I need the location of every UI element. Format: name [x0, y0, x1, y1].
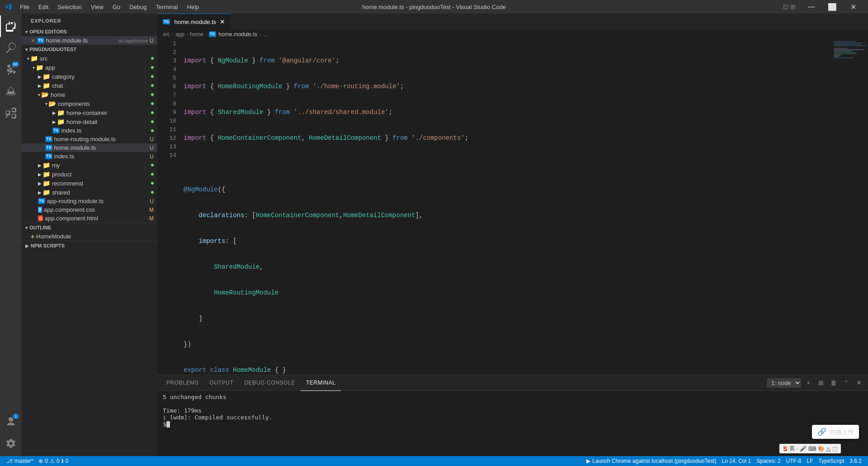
breadcrumb-home[interactable]: home	[190, 31, 203, 38]
errors-item[interactable]: ⊗ 0 ⚠ 0 ℹ 0	[36, 456, 71, 466]
folder-home-detail[interactable]: ▶ 📁 home-detail	[22, 117, 157, 126]
breadcrumb: src › app › home › TS home.module.ts › .…	[157, 29, 868, 39]
sidebar-content[interactable]: ▾ OPEN EDITORS ✕ TS home.module.ts src\a…	[22, 27, 157, 456]
minimize-button[interactable]: —	[801, 0, 822, 14]
product-folder-icon: 📁	[42, 171, 50, 178]
outline-header[interactable]: ▾ OUTLINE	[22, 223, 157, 232]
tab-close-button[interactable]: ✕	[219, 18, 226, 25]
project-chevron: ▾	[25, 47, 28, 52]
line-numbers: 1 2 3 4 5 6 7 8 9 10 11 12 13 14	[157, 39, 180, 375]
folder-components[interactable]: ▾ 📂 components	[22, 99, 157, 108]
ad-overlay[interactable]: 🔗 拍摄上传	[812, 425, 859, 439]
main-layout: 86 1	[0, 14, 868, 456]
layout-icon[interactable]: ⊡	[783, 3, 788, 10]
folder-app[interactable]: ▾ 📁 app	[22, 63, 157, 72]
line-ending-item[interactable]: LF	[804, 456, 816, 466]
code-line-9: SharedModule,	[184, 263, 832, 271]
ime-more1[interactable]: △	[826, 446, 830, 452]
spaces-item[interactable]: Spaces: 2	[754, 456, 783, 466]
code-editor[interactable]: 1 2 3 4 5 6 7 8 9 10 11 12 13 14 import …	[157, 39, 868, 375]
file-app-routing[interactable]: TS app-routing.module.ts U	[22, 197, 157, 205]
home-index-status: U	[150, 153, 154, 160]
folder-my[interactable]: ▶ 📁 my	[22, 161, 157, 170]
accounts-activity-icon[interactable]: 1	[0, 411, 22, 433]
menu-help[interactable]: Help	[184, 3, 203, 11]
ts-icon: TS	[45, 153, 52, 159]
file-home-routing[interactable]: TS home-routing.module.ts U	[22, 135, 157, 143]
folder-category[interactable]: ▶ 📁 category	[22, 72, 157, 81]
src-chevron: ▾	[27, 56, 29, 61]
panel-tab-debug[interactable]: DEBUG CONSOLE	[239, 375, 301, 391]
home-routing-status: U	[150, 136, 154, 143]
menu-view[interactable]: View	[87, 3, 107, 11]
maximize-button[interactable]: ⬜	[822, 0, 843, 14]
extensions-activity-icon[interactable]	[0, 102, 22, 124]
ln-col-item[interactable]: Ln 14, Col 1	[719, 456, 754, 466]
npm-header[interactable]: ▶ NPM SCRIPTS	[22, 241, 157, 250]
category-dot	[151, 75, 154, 78]
menu-edit[interactable]: Edit	[35, 3, 52, 11]
folder-home[interactable]: ▾ 📂 home	[22, 90, 157, 99]
explorer-activity-icon[interactable]	[0, 15, 22, 37]
split-terminal-button[interactable]: ⊞	[816, 377, 826, 388]
ts-icon: TS	[37, 38, 44, 43]
ime-kb-icon[interactable]: ⌨	[808, 446, 816, 452]
file-home-module[interactable]: TS home.module.ts U	[22, 143, 157, 152]
source-control-activity-icon[interactable]: 86	[0, 59, 22, 81]
breadcrumb-app[interactable]: app	[175, 31, 184, 38]
version-item[interactable]: 3.6.2	[847, 456, 864, 466]
split-icon[interactable]: ⊞	[790, 3, 796, 10]
file-components-index[interactable]: TS index.ts	[22, 126, 157, 135]
breadcrumb-filename[interactable]: home.module.ts	[219, 31, 257, 38]
shared-label: shared	[52, 189, 70, 196]
outline-homemodule[interactable]: ◈ HomeModule	[22, 232, 157, 241]
delete-terminal-button[interactable]: 🗑	[828, 377, 839, 388]
settings-activity-icon[interactable]	[0, 433, 22, 454]
panel-tab-output[interactable]: OUTPUT	[204, 375, 239, 391]
code-content[interactable]: import { NgModule } from '@angular/core'…	[180, 39, 832, 375]
project-root-header[interactable]: ▾ PINGDUODUOTEST	[22, 45, 157, 54]
folder-home-container[interactable]: ▶ 📁 home-container	[22, 108, 157, 117]
folder-shared[interactable]: ▶ 📁 shared	[22, 188, 157, 197]
panel-tabs: PROBLEMS OUTPUT DEBUG CONSOLE TERMINAL 1…	[157, 375, 868, 391]
git-branch-item[interactable]: ⎇ master*	[4, 456, 36, 466]
file-app-html[interactable]: ◇ app.component.html M	[22, 214, 157, 223]
menu-go[interactable]: Go	[109, 3, 124, 11]
encoding-item[interactable]: UTF-8	[783, 456, 804, 466]
folder-chat[interactable]: ▶ 📁 chat	[22, 81, 157, 90]
open-editor-item[interactable]: ✕ TS home.module.ts src\app\home U	[22, 36, 157, 45]
terminal-selector[interactable]: 1: node	[767, 378, 801, 388]
npm-label: NPM SCRIPTS	[31, 243, 65, 248]
launch-chrome-item[interactable]: ▶ Launch Chrome against localhost (pingd…	[584, 456, 719, 466]
panel-close-button[interactable]: ✕	[854, 377, 864, 388]
open-editors-header[interactable]: ▾ OPEN EDITORS	[22, 27, 157, 36]
debug-activity-icon[interactable]	[0, 81, 22, 102]
npm-section: ▶ NPM SCRIPTS	[22, 241, 157, 250]
menu-terminal[interactable]: Terminal	[152, 3, 181, 11]
folder-product[interactable]: ▶ 📁 product	[22, 170, 157, 179]
menu-file[interactable]: File	[16, 3, 33, 11]
ime-s-icon: S	[783, 445, 787, 452]
ime-more2[interactable]: ⬚	[832, 446, 837, 452]
ime-mic-icon[interactable]: 🎤	[800, 446, 807, 452]
file-home-index[interactable]: TS index.ts U	[22, 152, 157, 161]
ime-skin-icon[interactable]: 🎨	[818, 446, 825, 452]
close-button[interactable]: ✕	[843, 0, 863, 14]
search-activity-icon[interactable]	[0, 37, 22, 59]
breadcrumb-src[interactable]: src	[163, 31, 170, 38]
panel-content[interactable]: 5 unchanged chunks Time: 179ms i [wdm]: …	[157, 391, 868, 456]
editor-tab-home-module[interactable]: TS home.module.ts ✕	[157, 14, 231, 29]
panel-tab-terminal[interactable]: TERMINAL	[301, 375, 341, 391]
folder-src[interactable]: ▾ 📁 src	[22, 54, 157, 63]
new-terminal-button[interactable]: +	[803, 377, 814, 388]
panel-collapse-button[interactable]: ⌃	[841, 377, 852, 388]
my-label: my	[52, 162, 60, 169]
close-editor-icon[interactable]: ✕	[31, 38, 35, 44]
breadcrumb-more[interactable]: ...	[263, 31, 267, 38]
panel-tab-problems[interactable]: PROBLEMS	[161, 375, 204, 391]
menu-debug[interactable]: Debug	[126, 3, 150, 11]
file-app-css[interactable]: # app.component.css M	[22, 205, 157, 214]
folder-recommend[interactable]: ▶ 📁 recommend	[22, 179, 157, 188]
menu-selection[interactable]: Selection	[54, 3, 85, 11]
language-item[interactable]: TypeScript	[816, 456, 847, 466]
